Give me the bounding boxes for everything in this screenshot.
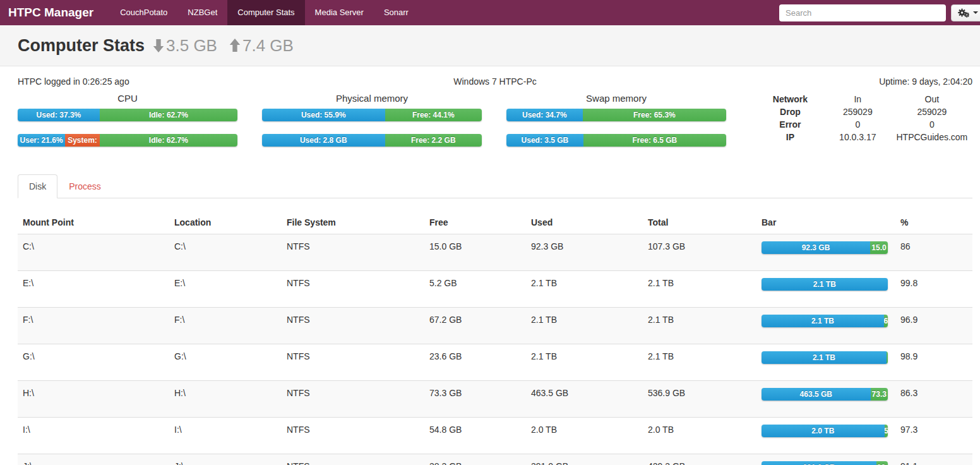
- disk-cell-used: 2.0 TB: [526, 418, 643, 454]
- progress-segment-blue: Used: 37.3%: [18, 109, 100, 121]
- network-header-cell: In: [824, 93, 892, 106]
- disk-col-bar: Bar: [756, 210, 895, 234]
- progress-bar: User: 21.6%System:Idle: 62.7%: [18, 134, 237, 147]
- nav-item-sonarr[interactable]: Sonarr: [374, 0, 419, 25]
- disk-row: E:\E:\NTFS5.2 GB2.1 TB2.1 TB2.1 TB99.8: [18, 271, 972, 308]
- disk-cell-pct: 98.9: [895, 344, 972, 381]
- page-title: Computer Stats 3.5 GB 7.4 GB: [18, 36, 297, 56]
- disk-cell-free: 67.2 GB: [424, 308, 526, 344]
- disk-cell-location: H:\: [169, 381, 282, 418]
- host-info: Windows 7 HTPC-Pc: [453, 76, 536, 87]
- disk-cell-pct: 91.1: [895, 454, 972, 465]
- stat-section-title: CPU: [18, 93, 237, 104]
- progress-segment-orange: System:: [65, 134, 100, 147]
- disk-cell-free: 73.3 GB: [424, 381, 526, 418]
- disk-col-free: Free: [424, 210, 526, 234]
- network-header-cell: Network: [756, 93, 824, 106]
- disk-cell-filesystem: NTFS: [282, 234, 424, 271]
- disk-bar-used: 92.3 GB: [762, 241, 870, 254]
- disk-usage-bar: 2.1 TB6: [762, 315, 888, 327]
- disk-usage-bar: 2.0 TB5: [762, 425, 888, 437]
- network-value-cell: Drop: [756, 106, 824, 118]
- disk-cell-mount: E:\: [18, 271, 169, 308]
- disk-cell-pct: 86.3: [895, 381, 972, 418]
- disk-cell-bar: 2.0 TB5: [756, 418, 895, 454]
- disk-bar-used: 391.0 GB: [762, 461, 876, 465]
- disk-cell-total: 2.1 TB: [643, 271, 756, 308]
- main-menu: CouchPotatoNZBGetComputer StatsMedia Ser…: [110, 0, 419, 25]
- progress-bar: Used: 37.3%Idle: 62.7%: [18, 109, 237, 121]
- arrow-down-icon: [152, 39, 165, 52]
- progress-segment-green: Free: 65.3%: [583, 109, 726, 121]
- uptime-status: Uptime: 9 days, 2:04:20: [537, 76, 972, 87]
- network-value-cell: 259029: [824, 106, 892, 118]
- network-value-cell: 10.0.3.17: [824, 131, 892, 143]
- stat-section-title: Physical memory: [262, 93, 482, 104]
- disk-col-mount-point: Mount Point: [18, 210, 169, 234]
- progress-segment-green: Free: 6.5 GB: [583, 134, 726, 147]
- disk-cell-free: 15.0 GB: [424, 234, 526, 271]
- disk-bar-used: 2.1 TB: [762, 315, 884, 327]
- tab-disk[interactable]: Disk: [18, 174, 57, 198]
- disk-cell-used: 2.1 TB: [526, 271, 643, 308]
- disk-bar-free: 38.: [876, 461, 888, 465]
- disk-cell-mount: G:\: [18, 344, 169, 381]
- disk-usage-bar: 463.5 GB73.3: [762, 388, 888, 401]
- disk-cell-location: C:\: [169, 234, 282, 271]
- disk-cell-location: I:\: [169, 418, 282, 454]
- disk-bar-used: 2.0 TB: [762, 425, 885, 437]
- progress-segment-green: Idle: 62.7%: [100, 109, 237, 121]
- disk-cell-free: 5.2 GB: [424, 271, 526, 308]
- progress-bar: Used: 34.7%Free: 65.3%: [506, 109, 726, 121]
- stat-sections: CPUUsed: 37.3%Idle: 62.7%User: 21.6%Syst…: [18, 93, 751, 159]
- gears-icon: [958, 8, 969, 18]
- progress-bar: Used: 3.5 GBFree: 6.5 GB: [506, 134, 726, 147]
- disk-row: I:\I:\NTFS54.8 GB2.0 TB2.0 TB2.0 TB597.3: [18, 418, 972, 454]
- disk-cell-mount: I:\: [18, 418, 169, 454]
- disk-bar-free: 73.3: [871, 388, 888, 401]
- disk-cell-total: 107.3 GB: [643, 234, 756, 271]
- network-value-cell: 0: [824, 118, 892, 131]
- network-value-cell: IP: [756, 131, 824, 143]
- disk-cell-filesystem: NTFS: [282, 418, 424, 454]
- settings-menu-button[interactable]: [951, 4, 980, 21]
- disk-row: G:\G:\NTFS23.6 GB2.1 TB2.1 TB2.1 TB98.9: [18, 344, 972, 381]
- progress-segment-green: Free: 2.2 GB: [385, 134, 482, 147]
- disk-col-file-system: File System: [282, 210, 424, 234]
- stat-section-title: Swap memory: [506, 93, 726, 104]
- nav-item-couchpotato[interactable]: CouchPotato: [110, 0, 177, 25]
- disk-cell-used: 2.1 TB: [526, 308, 643, 344]
- disk-bar-free: 5: [885, 425, 888, 437]
- network-value-cell: 259029: [892, 106, 972, 118]
- disk-row: C:\C:\NTFS15.0 GB92.3 GB107.3 GB92.3 GB1…: [18, 234, 972, 271]
- nav-item-media-server[interactable]: Media Server: [305, 0, 374, 25]
- stats-row: CPUUsed: 37.3%Idle: 62.7%User: 21.6%Syst…: [0, 87, 980, 159]
- disk-cell-location: G:\: [169, 344, 282, 381]
- disk-cell-mount: C:\: [18, 234, 169, 271]
- app-brand[interactable]: HTPC Manager: [0, 0, 110, 25]
- upload-total: 7.4 GB: [242, 36, 294, 56]
- disk-cell-mount: J:\: [18, 454, 169, 465]
- disk-bar-used: 463.5 GB: [762, 388, 871, 401]
- caret-down-icon: [973, 11, 978, 14]
- nav-item-computer-stats[interactable]: Computer Stats: [227, 0, 304, 25]
- login-status: HTPC logged in 0:26:25 ago: [18, 76, 453, 87]
- tab-process[interactable]: Process: [57, 174, 112, 198]
- disk-cell-used: 391.0 GB: [526, 454, 643, 465]
- progress-bar: Used: 2.8 GBFree: 2.2 GB: [262, 134, 482, 147]
- disk-cell-used: 92.3 GB: [526, 234, 643, 271]
- nav-item-nzbget[interactable]: NZBGet: [177, 0, 227, 25]
- disk-table-header: Mount PointLocationFile SystemFreeUsedTo…: [18, 210, 972, 234]
- disk-col-location: Location: [169, 210, 282, 234]
- disk-cell-pct: 86: [895, 234, 972, 271]
- disk-bar-used: 2.1 TB: [762, 278, 888, 291]
- disk-cell-pct: 96.9: [895, 308, 972, 344]
- disk-cell-filesystem: NTFS: [282, 381, 424, 418]
- disk-cell-free: 38.3 GB: [424, 454, 526, 465]
- disk-cell-filesystem: NTFS: [282, 344, 424, 381]
- search-input[interactable]: [779, 4, 946, 21]
- top-navbar: HTPC Manager CouchPotatoNZBGetComputer S…: [0, 0, 980, 25]
- disk-bar-free: [887, 351, 888, 364]
- disk-usage-bar: 2.1 TB: [762, 278, 888, 291]
- disk-usage-bar: 2.1 TB: [762, 351, 888, 364]
